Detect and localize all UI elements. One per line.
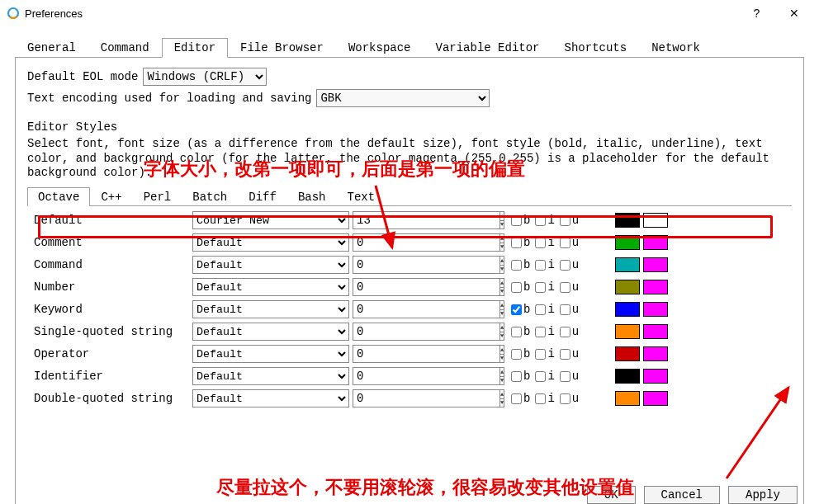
fg-color-swatch[interactable] (615, 235, 640, 250)
fg-color-swatch[interactable] (615, 302, 640, 317)
size-input[interactable] (353, 234, 499, 251)
italic-checkbox[interactable]: i (535, 258, 554, 271)
bg-color-swatch[interactable] (643, 213, 668, 228)
underline-checkbox[interactable]: u (560, 370, 579, 383)
spin-down-icon[interactable]: ▼ (500, 288, 504, 296)
underline-checkbox[interactable]: u (560, 325, 579, 338)
spin-up-icon[interactable]: ▲ (500, 301, 504, 310)
size-input[interactable] (353, 346, 499, 362)
font-select[interactable]: Courier New (192, 211, 349, 229)
bold-checkbox[interactable]: b (511, 325, 530, 338)
bold-checkbox[interactable]: b (511, 347, 530, 360)
bg-color-swatch[interactable] (643, 346, 668, 361)
spin-down-icon[interactable]: ▼ (500, 310, 504, 318)
fg-color-swatch[interactable] (615, 369, 640, 384)
italic-checkbox[interactable]: i (535, 392, 554, 405)
font-select[interactable]: Default (192, 389, 349, 407)
bg-color-swatch[interactable] (643, 280, 668, 294)
font-select[interactable]: Default (192, 300, 349, 318)
spin-down-icon[interactable]: ▼ (500, 377, 504, 385)
spin-up-icon[interactable]: ▲ (500, 279, 504, 288)
bg-color-swatch[interactable] (643, 257, 668, 272)
italic-checkbox[interactable]: i (535, 370, 554, 383)
spin-up-icon[interactable]: ▲ (500, 390, 504, 399)
bg-color-swatch[interactable] (643, 302, 668, 317)
size-input[interactable] (353, 323, 499, 340)
underline-checkbox[interactable]: u (560, 303, 579, 316)
size-spinbox[interactable]: ▲▼ (353, 256, 504, 274)
underline-checkbox[interactable]: u (560, 214, 579, 227)
spin-down-icon[interactable]: ▼ (500, 266, 504, 274)
bold-checkbox[interactable]: b (511, 236, 530, 249)
size-input[interactable] (353, 390, 499, 407)
size-input[interactable] (353, 212, 499, 228)
fg-color-swatch[interactable] (615, 257, 640, 272)
underline-checkbox[interactable]: u (560, 392, 579, 405)
bold-checkbox[interactable]: b (511, 392, 530, 405)
size-input[interactable] (353, 368, 499, 384)
fg-color-swatch[interactable] (615, 213, 640, 228)
spin-down-icon[interactable]: ▼ (500, 355, 504, 363)
spin-down-icon[interactable]: ▼ (500, 399, 504, 407)
subtab-cpp[interactable]: C++ (90, 187, 132, 206)
ok-button[interactable]: OK (587, 486, 636, 504)
close-button[interactable]: ✕ (775, 2, 812, 25)
subtab-perl[interactable]: Perl (133, 187, 182, 206)
spin-up-icon[interactable]: ▲ (500, 234, 504, 243)
size-spinbox[interactable]: ▲▼ (353, 345, 504, 363)
tab-network[interactable]: Network (639, 38, 712, 58)
bold-checkbox[interactable]: b (511, 258, 530, 271)
font-select[interactable]: Default (192, 323, 349, 341)
spin-up-icon[interactable]: ▲ (500, 346, 504, 355)
tab-editor[interactable]: Editor (162, 38, 228, 58)
bg-color-swatch[interactable] (643, 324, 668, 339)
tab-file-browser[interactable]: File Browser (228, 38, 336, 58)
font-select[interactable]: Default (192, 367, 349, 385)
italic-checkbox[interactable]: i (535, 303, 554, 316)
subtab-batch[interactable]: Batch (182, 187, 238, 206)
bg-color-swatch[interactable] (643, 391, 668, 406)
fg-color-swatch[interactable] (615, 391, 640, 406)
underline-checkbox[interactable]: u (560, 236, 579, 249)
tab-variable-editor[interactable]: Variable Editor (424, 38, 552, 58)
spin-up-icon[interactable]: ▲ (500, 257, 504, 266)
tab-general[interactable]: General (15, 38, 88, 58)
font-select[interactable]: Default (192, 345, 349, 363)
font-select[interactable]: Default (192, 233, 349, 252)
size-input[interactable] (353, 301, 499, 318)
bg-color-swatch[interactable] (643, 235, 668, 250)
spin-up-icon[interactable]: ▲ (500, 212, 504, 221)
bold-checkbox[interactable]: b (511, 214, 530, 227)
tab-panel-scroll[interactable]: Default EOL mode Windows (CRLF) Text enc… (16, 58, 803, 504)
bg-color-swatch[interactable] (643, 369, 668, 384)
tab-workspace[interactable]: Workspace (336, 38, 424, 58)
italic-checkbox[interactable]: i (535, 236, 554, 249)
size-spinbox[interactable]: ▲▼ (353, 367, 504, 385)
subtab-octave[interactable]: Octave (27, 187, 90, 206)
size-spinbox[interactable]: ▲▼ (353, 300, 504, 318)
size-spinbox[interactable]: ▲▼ (353, 278, 504, 296)
subtab-diff[interactable]: Diff (238, 187, 287, 206)
tab-command[interactable]: Command (88, 38, 162, 58)
bold-checkbox[interactable]: b (511, 303, 530, 316)
subtab-bash[interactable]: Bash (287, 187, 337, 206)
size-input[interactable] (353, 279, 499, 295)
size-spinbox[interactable]: ▲▼ (353, 389, 504, 407)
italic-checkbox[interactable]: i (535, 214, 554, 227)
cancel-button[interactable]: Cancel (644, 486, 720, 504)
tab-shortcuts[interactable]: Shortcuts (552, 38, 640, 58)
italic-checkbox[interactable]: i (535, 325, 554, 338)
fg-color-swatch[interactable] (615, 280, 640, 294)
italic-checkbox[interactable]: i (535, 280, 554, 294)
spin-down-icon[interactable]: ▼ (500, 332, 504, 341)
spin-up-icon[interactable]: ▲ (500, 368, 504, 377)
size-spinbox[interactable]: ▲▼ (353, 323, 504, 341)
help-button[interactable]: ? (738, 2, 775, 25)
spin-down-icon[interactable]: ▼ (500, 243, 504, 252)
fg-color-swatch[interactable] (615, 324, 640, 339)
underline-checkbox[interactable]: u (560, 258, 579, 271)
underline-checkbox[interactable]: u (560, 347, 579, 360)
underline-checkbox[interactable]: u (560, 280, 579, 294)
size-input[interactable] (353, 257, 499, 273)
fg-color-swatch[interactable] (615, 346, 640, 361)
